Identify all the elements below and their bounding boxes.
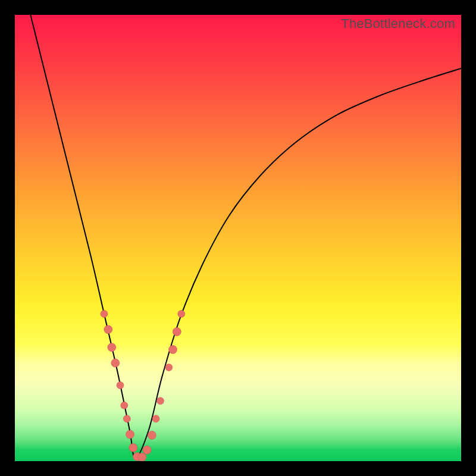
scatter-dot [101, 311, 108, 318]
scatter-dots [101, 311, 185, 462]
chart-panel: TheBottleneck.com [15, 15, 461, 461]
scatter-dot [157, 397, 164, 405]
scatter-dot [126, 430, 134, 439]
watermark-text: TheBottleneck.com [341, 16, 455, 32]
scatter-dot [143, 446, 151, 454]
scatter-dot [169, 346, 177, 354]
scatter-dot [165, 364, 173, 371]
chart-svg [15, 15, 461, 461]
scatter-dot [123, 415, 130, 422]
scatter-dot [129, 444, 137, 452]
scatter-dot [173, 328, 181, 336]
scatter-dot [104, 325, 112, 334]
scatter-dot [178, 311, 185, 318]
scatter-dot [108, 343, 116, 352]
scatter-dot [138, 453, 146, 461]
scatter-dot [111, 359, 120, 367]
scatter-dot [152, 415, 159, 422]
scatter-dot [117, 382, 124, 389]
scatter-dot [148, 431, 156, 440]
bottleneck-curve [30, 15, 461, 458]
scatter-dot [121, 402, 128, 409]
